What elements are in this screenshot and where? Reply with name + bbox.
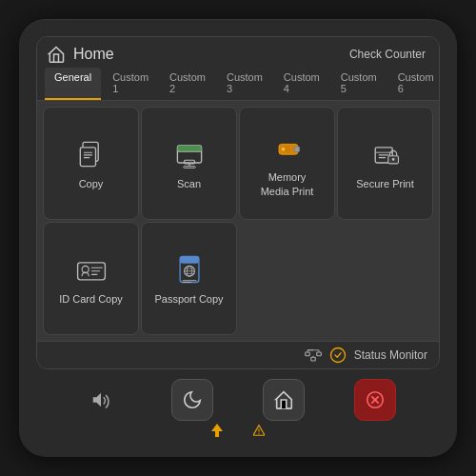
- idcard-icon: [74, 252, 109, 287]
- svg-point-53: [258, 433, 259, 434]
- check-counter-button[interactable]: Check Counter: [349, 48, 426, 61]
- svg-point-13: [281, 148, 285, 151]
- tab-custom6[interactable]: Custom 6: [388, 68, 440, 100]
- scan-label: Scan: [177, 177, 201, 190]
- app-grid: Copy Scan: [37, 101, 439, 341]
- secure-print-label: Secure Print: [356, 177, 414, 190]
- stop-icon: [365, 389, 386, 410]
- warning-indicator-icon: [253, 424, 265, 437]
- volume-button[interactable]: [80, 379, 122, 421]
- home-nav-icon: [273, 389, 294, 410]
- bottom-controls: [36, 369, 440, 425]
- svg-rect-1: [80, 148, 95, 167]
- secure-print-button[interactable]: Secure Print: [337, 107, 433, 220]
- screen-header: Home Check Counter: [37, 37, 439, 68]
- status-monitor-label[interactable]: Status Monitor: [354, 348, 427, 362]
- network-icon: [305, 347, 322, 364]
- svg-marker-46: [93, 393, 101, 407]
- svg-rect-10: [183, 167, 195, 169]
- svg-point-23: [82, 267, 89, 273]
- tab-custom2[interactable]: Custom 2: [160, 68, 215, 100]
- volume-icon: [90, 389, 111, 410]
- svg-rect-37: [305, 352, 309, 356]
- home-label: Home: [73, 46, 114, 63]
- indicator-right: [253, 425, 265, 436]
- home-title-area: Home: [47, 45, 114, 64]
- arrow-indicator-icon: [211, 424, 223, 437]
- copy-button[interactable]: Copy: [43, 107, 139, 220]
- indicator-left: [211, 425, 223, 436]
- tab-custom4[interactable]: Custom 4: [274, 68, 329, 100]
- sleep-button[interactable]: [171, 379, 213, 421]
- copy-label: Copy: [79, 177, 104, 190]
- tab-custom1[interactable]: Custom 1: [103, 68, 158, 100]
- tab-general[interactable]: General: [45, 68, 101, 100]
- status-bar: Status Monitor: [37, 341, 439, 368]
- svg-point-45: [330, 348, 345, 363]
- scan-button[interactable]: Scan: [141, 107, 237, 220]
- secure-print-icon: [368, 137, 403, 171]
- svg-rect-36: [310, 357, 315, 361]
- svg-rect-38: [316, 352, 321, 356]
- usb-icon: [270, 130, 305, 165]
- stop-button[interactable]: [354, 379, 396, 421]
- passport-copy-label: Passport Copy: [154, 292, 223, 306]
- tab-custom5[interactable]: Custom 5: [331, 68, 387, 100]
- svg-rect-28: [180, 257, 199, 264]
- home-button[interactable]: [263, 379, 305, 421]
- screen: Home Check Counter General Custom 1 Cust…: [36, 36, 440, 369]
- svg-marker-50: [211, 424, 223, 437]
- sleep-icon: [182, 389, 203, 410]
- svg-point-21: [391, 158, 394, 161]
- tab-custom3[interactable]: Custom 3: [217, 68, 272, 100]
- id-card-copy-label: ID Card Copy: [59, 292, 123, 306]
- tabs-row: General Custom 1 Custom 2 Custom 3 Custo…: [37, 68, 439, 101]
- memory-media-print-button[interactable]: MemoryMedia Print: [239, 107, 335, 220]
- status-monitor-icon: [329, 347, 347, 364]
- svg-rect-6: [177, 146, 201, 151]
- scan-icon: [172, 137, 207, 171]
- copy-icon: [74, 137, 109, 171]
- passport-icon: [172, 252, 207, 287]
- svg-rect-12: [294, 147, 299, 151]
- device: Home Check Counter General Custom 1 Cust…: [19, 19, 457, 457]
- home-icon: [47, 45, 66, 64]
- passport-copy-button[interactable]: Passport Copy: [141, 222, 237, 335]
- memory-media-print-label: MemoryMedia Print: [261, 170, 314, 198]
- id-card-copy-button[interactable]: ID Card Copy: [43, 222, 139, 335]
